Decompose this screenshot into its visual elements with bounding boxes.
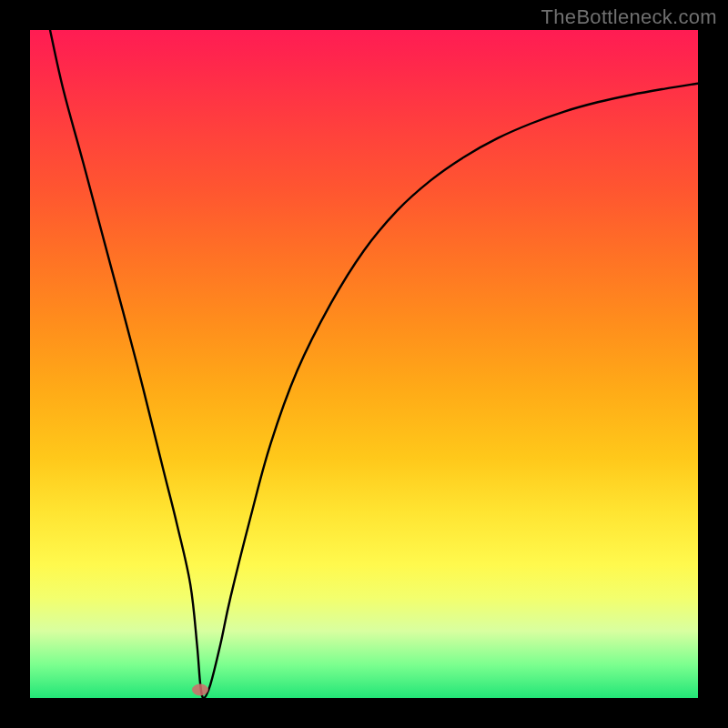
curve-layer [30,30,698,698]
chart-frame: TheBottleneck.com [0,0,728,728]
plot-area [30,30,698,698]
bottleneck-curve [50,30,698,698]
bottleneck-marker [192,684,208,696]
watermark-text: TheBottleneck.com [541,5,717,29]
